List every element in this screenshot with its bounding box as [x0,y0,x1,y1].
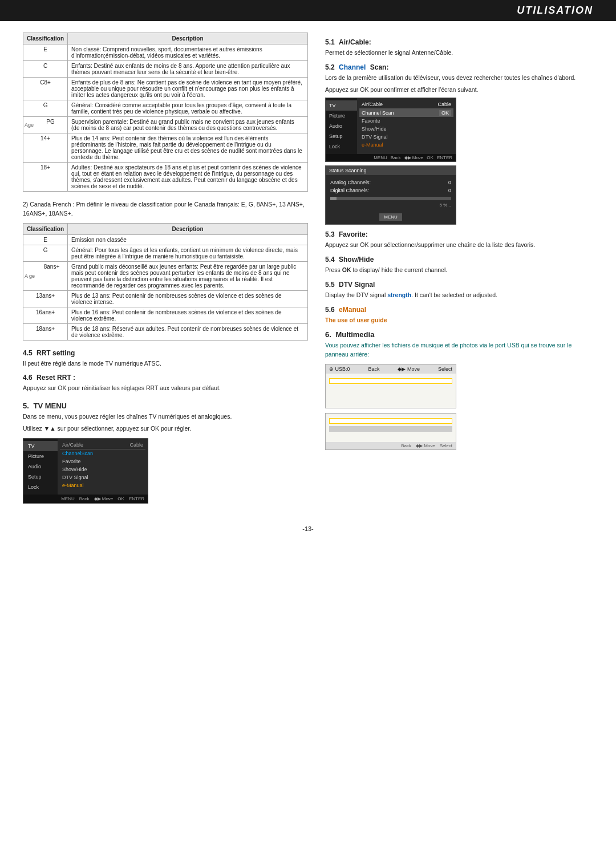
desc-cell: Adultes: Destiné aux spectateurs de 18 a… [68,163,308,192]
section-6-heading: 6. Multimedia [325,330,593,339]
tv-menu-mockup: TV Picture Audio Setup Lock Air/Cable Ca… [23,438,148,504]
table-row: G Général: Considéré comme acceptable po… [23,100,308,117]
usb-content-area-2 [326,414,456,442]
status-scan-screen: Status Scanning Analog Channels: 0 Digit… [325,165,456,225]
section-6-body: Vous pouvez afficher les fichiers de mus… [325,341,593,359]
class-cell: 13ans+ [23,290,68,307]
section-51: 5.1 Air/Cable: Permet de sélectionner le… [325,38,593,58]
page-number: -13- [0,520,616,538]
desc-cell: Général: Considéré comme acceptable pour… [68,100,308,117]
sidebar-item-audio: Audio [23,461,58,472]
section-52-body2: Appuyez sur OK pour confirmer et affiche… [325,86,593,95]
desc-cell: Plus de 18 ans: Réservé aux adultes. Peu… [68,323,308,340]
age-class-cell: Age PG [23,117,68,133]
table-row: 13ans+ Plus de 13 ans: Peut contenir de … [23,290,308,307]
desc-cell: Emission non classée [68,234,308,245]
table-row: E Non classé: Comprend nouvelles, sport,… [23,44,308,61]
section-53-heading: 5.3 Favorite: [325,230,593,238]
classification-table-2: Classification Description E Emission no… [23,223,308,341]
section-5: 5. TV MENU Dans ce menu, vous pouvez rég… [23,402,308,504]
usb-screen-2: Back ◆▶ Move Select [325,413,456,450]
usb-input-bar-yellow [329,378,452,384]
table-row: E Emission non classée [23,234,308,245]
section-46-heading: 4.6 Reset RRT : [23,374,308,382]
table-row: A ge 8ans+ Grand public mais déconseillé… [23,261,308,290]
section-55: 5.5 DTV Signal Display the DTV signal st… [325,281,593,300]
desc-cell: Plus de 16 ans: Peut contenir de nombreu… [68,307,308,323]
sidebar-item-lock: Lock [23,482,58,492]
desc-cell: Non classé: Comprend nouvelles, sport, d… [68,44,308,61]
section-54: 5.4 Show/Hide Press OK to display/ hide … [325,256,593,275]
table1-col2-header: Description [68,33,308,44]
menu-item-favorite: Favorite [60,457,145,465]
desc-cell: Grand public mais déconseillé aux jeunes… [68,261,308,290]
menu-item-channelscan: ChannelScan [60,449,145,457]
digital-channels-row: Digital Channels: 0 [330,187,451,195]
desc-cell: Supervision parentale: Destiné au grand … [68,117,308,133]
section-46-body: Appuyez sur OK pour réinitialiser les ré… [23,384,308,393]
menu-footer: MENU Back ◆▶ Move OK ENTER [23,495,148,503]
section-56-subtitle: The use of user guide [325,316,593,325]
air-cable-screen-footer: MENUBack◆▶ MoveOKENTER [326,154,456,161]
table-row: C8+ Enfants de plus de 8 ans: Ne contien… [23,78,308,100]
section-55-body: Display the DTV signal strength. It can'… [325,291,593,300]
table2-col2-header: Description [68,223,308,234]
desc-cell: Général: Pour tous les âges et les enfan… [68,245,308,261]
section-54-heading: 5.4 Show/Hide [325,256,593,264]
menu-item-dtvsignal: DTV Signal [60,473,145,481]
section-56-heading: 5.6 eManual [325,306,593,314]
class-cell: 18ans+ [23,323,68,340]
desc-cell: Plus de 13 ans: Peut contenir de nombreu… [68,290,308,307]
menu-sidebar: TV Picture Audio Setup Lock [23,439,58,495]
usb-bar-1 [329,418,452,424]
section-45-body: Il peut être réglé dans le mode TV numér… [23,359,308,368]
class-cell: 16ans+ [23,307,68,323]
table-row: G Général: Pour tous les âges et les enf… [23,245,308,261]
classification-table-1: Classification Description E Non classé:… [23,33,308,192]
usb-screen-2-footer: Back ◆▶ Move Select [326,442,456,449]
progress-bar [330,197,451,200]
header-title: UTILISATION [517,5,593,16]
menu-header-row: Air/Cable Cable [60,441,145,449]
left-column: Classification Description E Non classé:… [23,33,308,508]
menu-content: Air/Cable Cable ChannelScan Favorite Sho… [58,439,148,495]
section-53-body: Appuyez sur OK pour sélectionner/supprim… [325,241,593,250]
class-cell: C8+ [23,78,68,100]
usb-content-area [326,374,456,408]
table1-col1-header: Classification [23,33,68,44]
sidebar-item-tv: TV [23,441,58,451]
sidebar-item-picture: Picture [23,451,58,461]
analog-channels-row: Analog Channels: 0 [330,179,451,187]
section-51-body: Permet de sélectionner le signal Antenne… [325,48,593,58]
menu-item-emanual: e-Manual [60,481,145,489]
table-row: Age PG Supervision parentale: Destiné au… [23,117,308,133]
table-row: 16ans+ Plus de 16 ans: Peut contenir de … [23,307,308,323]
usb-icon: ⊕ USB:0 [329,366,350,372]
right-column: 5.1 Air/Cable: Permet de sélectionner le… [325,33,593,508]
table-row: 18ans+ Plus de 18 ans: Réservé aux adult… [23,323,308,340]
section-55-heading: 5.5 DTV Signal [325,281,593,289]
section-52-body: Lors de la première utilisation du télév… [325,74,593,83]
section-52: 5.2 Channel Scan: Lors de la première ut… [325,63,593,225]
scan-percent: 5 %... [330,202,451,208]
air-cable-screen: TV Picture Audio Setup Lock Air/CableCab… [325,98,456,162]
usb-screen-header: ⊕ USB:0 Back ◆▶ Move Select [326,364,456,374]
section-56: 5.6 eManual The use of user guide [325,306,593,325]
class-cell: G [23,245,68,261]
table2-col1-header: Classification [23,223,68,234]
menu-button[interactable]: MENU [379,213,402,221]
usb-screen-1: ⊕ USB:0 Back ◆▶ Move Select [325,364,456,408]
class-cell: 18+ [23,163,68,192]
class-cell: G [23,100,68,117]
section-6: 6. Multimedia Vous pouvez afficher les f… [325,330,593,450]
table-row: 14+ Plus de 14 ans: Peut contenir des th… [23,133,308,163]
desc-cell: Enfants de plus de 8 ans: Ne contient pa… [68,78,308,100]
desc-cell: Plus de 14 ans: Peut contenir des thèmes… [68,133,308,163]
section-51-heading: 5.1 Air/Cable: [325,38,593,46]
desc-cell: Enfants: Destiné aux enfants de moins de… [68,61,308,78]
page-header: UTILISATION [0,0,616,21]
class-cell: C [23,61,68,78]
section-5-body1: Dans ce menu, vous pouvez régler les cha… [23,412,308,422]
age-class-cell: A ge 8ans+ [23,261,68,290]
table-row: C Enfants: Destiné aux enfants de moins … [23,61,308,78]
